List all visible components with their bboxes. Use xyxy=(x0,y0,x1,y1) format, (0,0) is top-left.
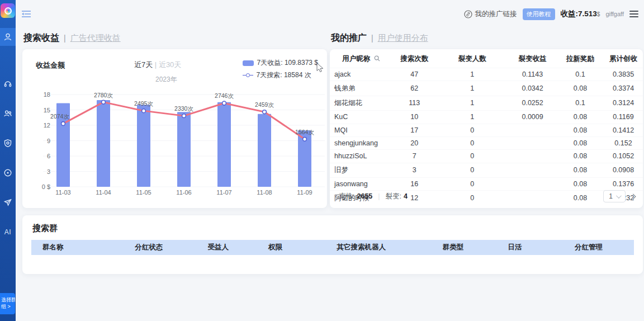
group-column-header: 分红管理 xyxy=(543,243,634,252)
x-tick-label: 11-05 xyxy=(136,189,151,196)
tab-search-revenue[interactable]: 搜索收益 xyxy=(23,32,59,44)
shield-gear-icon xyxy=(3,139,12,148)
range-7days[interactable]: 近7天 xyxy=(134,60,153,69)
collapse-menu-icon[interactable] xyxy=(21,10,31,18)
column-header: 用户昵称 xyxy=(330,49,392,68)
tab-my-promotion[interactable]: 我的推广 xyxy=(331,32,367,44)
referral-reward: 0.08 xyxy=(557,150,604,163)
sidebar-item-support[interactable] xyxy=(0,75,16,93)
fission-count[interactable]: 1 xyxy=(436,111,508,124)
table-row: KuC1010.00090.080.1169 xyxy=(330,111,643,124)
groups-table-header: 群名称分红状态受益人权限其它搜索机器人群类型日活分红管理 xyxy=(31,240,634,255)
bar xyxy=(137,105,150,187)
search-count: 47 xyxy=(392,68,436,81)
legend-line-label: 7天搜索: 18584 次 xyxy=(257,70,311,80)
fission-count[interactable]: 0 xyxy=(436,136,508,149)
y-tick-label: 15 xyxy=(44,107,50,114)
search-count: 7 xyxy=(392,150,436,163)
fission-revenue: 0.1143 xyxy=(508,68,557,81)
point-label: 2459次 xyxy=(255,101,274,108)
total-revenue: 0.1169 xyxy=(604,111,643,124)
point-label: 2495次 xyxy=(134,100,153,107)
group-column-header: 群类型 xyxy=(420,243,486,252)
sidebar: AI 选择群 组 > xyxy=(0,0,16,321)
user-nickname[interactable]: 钱弟弟 xyxy=(330,81,392,96)
bar xyxy=(258,114,271,187)
revenue-amount: 收益:7.513$ xyxy=(561,9,600,19)
chevron-down-icon xyxy=(616,193,622,199)
sidebar-item-media[interactable] xyxy=(0,164,16,182)
select-group-line2: 组 > xyxy=(1,303,15,310)
chart-title: 收益金额 xyxy=(36,60,65,70)
promo-link[interactable]: 我的推广链接 xyxy=(464,10,517,19)
group-column-header: 权限 xyxy=(248,243,302,252)
fission-revenue xyxy=(508,178,557,191)
column-header: 裂变人数 xyxy=(436,49,508,68)
referral-reward: 0.08 xyxy=(557,163,604,177)
fission-revenue: 0.0342 xyxy=(508,81,557,96)
page-number: 1 xyxy=(609,192,613,200)
fission-count[interactable]: 0 xyxy=(436,163,508,177)
search-icon[interactable] xyxy=(374,55,380,62)
user-nickname[interactable]: ajack xyxy=(330,68,392,81)
link-icon xyxy=(464,10,472,18)
fission-count[interactable]: 0 xyxy=(436,178,508,191)
headset-icon xyxy=(3,79,12,88)
menu-icon[interactable] xyxy=(629,9,638,19)
promotion-table: 用户昵称 搜索次数裂变人数裂变收益拉新奖励累计创收 ajack4710.1143… xyxy=(330,49,643,205)
total-revenue: 0.3124 xyxy=(604,96,643,110)
y-tick-label: 9 xyxy=(47,138,50,144)
fission-revenue xyxy=(508,163,557,177)
fission-count[interactable]: 1 xyxy=(436,96,508,110)
tab-ad-agency-revenue[interactable]: 广告代理收益 xyxy=(70,33,121,44)
app-logo[interactable] xyxy=(1,3,15,18)
referral-reward: 0.08 xyxy=(557,178,604,191)
sidebar-item-send[interactable] xyxy=(0,193,16,211)
group-column-header: 群名称 xyxy=(31,243,110,252)
referral-reward: 0.08 xyxy=(557,111,604,124)
search-count: 62 xyxy=(392,81,436,96)
promo-link-label: 我的推广链接 xyxy=(475,10,517,19)
referral-reward: 0.08 xyxy=(557,136,604,149)
tutorial-button[interactable]: 使用教程 xyxy=(523,8,555,20)
fission-revenue: 0.0252 xyxy=(508,96,557,110)
total-revenue: 0.1412 xyxy=(604,124,643,136)
sidebar-item-team[interactable] xyxy=(0,105,16,122)
fission-count[interactable]: 0 xyxy=(436,124,508,136)
right-section-title: 我的推广 | 用户使用分布 xyxy=(331,32,428,44)
sidebar-item-security[interactable] xyxy=(0,134,16,152)
user-nickname: MQI xyxy=(330,124,392,136)
range-30days[interactable]: 近30天 xyxy=(159,60,181,69)
tab-user-distribution[interactable]: 用户使用分布 xyxy=(378,33,428,44)
user-nickname[interactable]: hhuzziSoL xyxy=(330,150,392,163)
fission-value: 4 xyxy=(404,192,408,200)
promotion-table-header: 用户昵称 搜索次数裂变人数裂变收益拉新奖励累计创收 xyxy=(330,49,643,68)
direct-label: 直推: xyxy=(339,192,354,201)
data-point xyxy=(61,122,65,126)
pagination: 1 xyxy=(603,190,635,202)
data-point xyxy=(303,137,307,141)
fission-count[interactable]: 0 xyxy=(436,150,508,163)
search-count: 17 xyxy=(392,124,436,136)
ai-label: AI xyxy=(4,228,11,236)
referral-reward: 0.1 xyxy=(557,96,604,110)
search-count: 3 xyxy=(392,163,436,177)
sidebar-item-ai[interactable]: AI xyxy=(0,223,16,241)
data-point xyxy=(222,101,226,105)
x-tick-label: 11-03 xyxy=(55,189,70,196)
select-group-badge[interactable]: 选择群 组 > xyxy=(0,293,15,314)
x-tick-label: 11-04 xyxy=(96,189,111,196)
data-point xyxy=(142,109,146,113)
x-tick-label: 11-06 xyxy=(176,189,191,196)
next-page-button[interactable] xyxy=(631,193,636,199)
sidebar-item-profile[interactable] xyxy=(0,28,16,46)
referral-reward: 0.1 xyxy=(557,68,604,81)
team-icon xyxy=(3,109,12,118)
user-nickname[interactable]: KuC xyxy=(330,111,392,124)
table-row: jasonwang1600.080.1376 xyxy=(330,178,643,191)
fission-count[interactable]: 1 xyxy=(436,68,508,81)
fission-revenue: 0.0009 xyxy=(508,111,557,124)
page-select[interactable]: 1 xyxy=(603,190,626,202)
user-nickname: 烟花烟花 xyxy=(330,96,392,110)
fission-count[interactable]: 1 xyxy=(436,81,508,96)
